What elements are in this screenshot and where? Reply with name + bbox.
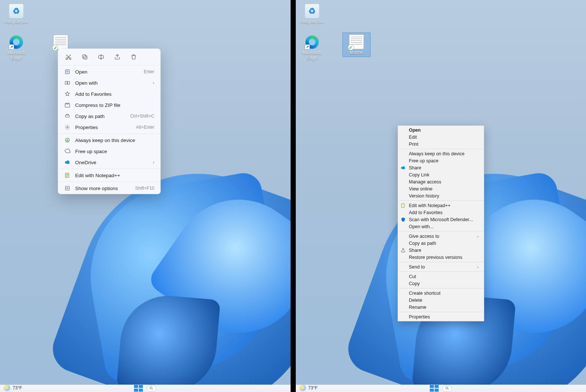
menu-item-access[interactable]: Manage access — [398, 178, 484, 185]
menu-item-share1[interactable]: Share — [398, 164, 484, 171]
menu-item-giveaccess[interactable]: Give access to› — [398, 233, 484, 240]
menu-item-zip[interactable]: Compress to ZIP file — [58, 99, 160, 111]
menu-item-keepdevice[interactable]: Always keep on this device — [58, 135, 160, 146]
right-desktop[interactable]: Recycle Bin ↗ Microsoft Edge ✓ testme Op… — [296, 0, 586, 392]
menu-item-viewonline[interactable]: View online — [398, 185, 484, 192]
start-button[interactable] — [430, 385, 439, 392]
desktop-icon-edge[interactable]: ↗ Microsoft Edge — [298, 33, 326, 62]
taskbar[interactable]: 73°F — [296, 385, 586, 392]
menu-separator — [399, 288, 483, 288]
menu-item-label: Share — [409, 248, 421, 253]
share-icon — [400, 247, 406, 253]
menu-item-label: OneDrive — [75, 160, 148, 165]
menu-separator — [399, 312, 483, 312]
menu-item-openwith[interactable]: Open with... — [398, 223, 484, 230]
menu-item-open[interactable]: OpenEnter — [58, 66, 160, 77]
menu-separator — [399, 149, 483, 149]
desktop-icon-file-testme[interactable]: ✓ testme — [342, 33, 371, 57]
left-desktop[interactable]: Recycle Bin ↗ Microsoft Edge ✓ tes — [0, 0, 291, 392]
menu-item-label: Free up space — [409, 158, 439, 163]
menu-item-copy[interactable]: Copy — [398, 280, 484, 287]
chevron-right-icon: › — [477, 234, 479, 239]
svg-point-1 — [69, 58, 71, 60]
menu-item-edit[interactable]: Edit — [398, 134, 484, 141]
menu-item-open[interactable]: Open — [398, 126, 484, 134]
menu-item-label: Edit with Notepad++ — [75, 173, 154, 178]
notepad-icon — [400, 203, 406, 209]
menu-item-freeup[interactable]: Free up space — [58, 146, 160, 157]
menu-item-label: Open — [409, 128, 421, 133]
svg-rect-5 — [66, 70, 70, 74]
search-button[interactable] — [442, 385, 452, 392]
menu-item-label: Delete — [409, 298, 422, 303]
chevron-right-icon: › — [477, 265, 479, 269]
menu-item-label: Open with — [75, 80, 148, 86]
taskbar[interactable]: 73°F — [0, 385, 291, 392]
cut-icon[interactable] — [64, 53, 73, 61]
svg-rect-12 — [66, 186, 70, 190]
start-button[interactable] — [134, 385, 143, 392]
menu-item-favorites[interactable]: Add to Favorites — [58, 88, 160, 99]
onedrive-icon — [64, 159, 71, 166]
menu-item-copylink[interactable]: Copy Link — [398, 171, 484, 178]
svg-point-15 — [446, 387, 448, 389]
menu-item-accel: Ctrl+Shift+C — [130, 114, 154, 119]
more-icon — [64, 185, 71, 192]
keepdevice-icon — [64, 137, 71, 143]
menu-item-accel: Alt+Enter — [136, 125, 154, 130]
menu-item-more[interactable]: Show more optionsShift+F10 — [58, 183, 160, 194]
menu-item-label: Give access to — [409, 234, 439, 239]
menu-item-label: Show more options — [75, 186, 131, 191]
menu-item-label: Properties — [409, 314, 430, 320]
menu-item-keepdevice[interactable]: Always keep on this device — [398, 150, 484, 157]
svg-rect-3 — [83, 55, 86, 58]
desktop-icon-recycle-bin[interactable]: Recycle Bin — [2, 2, 30, 26]
weather-widget[interactable]: 73°F — [299, 385, 318, 391]
open-icon — [64, 68, 71, 75]
icon-label: Microsoft Edge — [2, 50, 30, 62]
desktop-icon-recycle-bin[interactable]: Recycle Bin — [298, 2, 326, 26]
menu-item-openwith[interactable]: Open with› — [58, 77, 160, 88]
context-menu-modern: OpenEnterOpen with›Add to FavoritesCompr… — [58, 48, 161, 194]
menu-item-accel: Enter — [144, 69, 154, 74]
menu-item-label: Scan with Microsoft Defender... — [409, 217, 473, 222]
menu-item-label: Edit — [409, 135, 417, 140]
weather-widget[interactable]: 73°F — [4, 385, 22, 391]
menu-item-label: Rename — [409, 305, 426, 310]
menu-item-sendto[interactable]: Send to› — [398, 263, 484, 270]
menu-item-onedrive[interactable]: OneDrive› — [58, 157, 160, 168]
menu-item-copypath[interactable]: Copy as path — [398, 240, 484, 247]
menu-item-properties[interactable]: Properties — [398, 313, 484, 320]
menu-item-freeup[interactable]: Free up space — [398, 157, 484, 164]
rename-icon[interactable] — [97, 53, 106, 61]
menu-separator — [399, 262, 483, 262]
menu-item-notepadpp[interactable]: Edit with Notepad++ — [58, 170, 160, 181]
menu-item-copypath[interactable]: Copy as pathCtrl+Shift+C — [58, 111, 160, 122]
svg-point-9 — [67, 126, 68, 128]
menu-item-print[interactable]: Print — [398, 141, 484, 148]
delete-icon[interactable] — [129, 53, 138, 61]
menu-item-defender[interactable]: Scan with Microsoft Defender... — [398, 216, 484, 223]
menu-item-label: Manage access — [409, 179, 442, 185]
menu-item-share2[interactable]: Share — [398, 247, 484, 254]
search-button[interactable] — [147, 385, 156, 392]
menu-item-notepadpp[interactable]: Edit with Notepad++ — [398, 202, 484, 209]
copy-icon[interactable] — [80, 53, 89, 61]
menu-item-properties[interactable]: PropertiesAlt+Enter — [58, 122, 160, 133]
menu-item-restore[interactable]: Restore previous versions — [398, 254, 484, 261]
menu-item-delete[interactable]: Delete — [398, 297, 484, 304]
menu-item-rename[interactable]: Rename — [398, 304, 484, 311]
svg-rect-2 — [84, 56, 87, 59]
menu-item-addfav[interactable]: Add to Favorites — [398, 209, 484, 216]
menu-item-shortcut[interactable]: Create shortcut — [398, 290, 484, 297]
search-icon — [149, 386, 154, 391]
menu-item-label: Version history — [409, 193, 439, 199]
shield-icon — [400, 217, 406, 223]
favorites-icon — [64, 91, 71, 97]
desktop-icon-edge[interactable]: ↗ Microsoft Edge — [2, 33, 30, 62]
share-icon[interactable] — [113, 53, 122, 61]
copypath-icon — [64, 113, 71, 119]
menu-item-label: Always keep on this device — [75, 138, 154, 143]
menu-item-cut[interactable]: Cut — [398, 273, 484, 280]
menu-item-version[interactable]: Version history — [398, 192, 484, 199]
